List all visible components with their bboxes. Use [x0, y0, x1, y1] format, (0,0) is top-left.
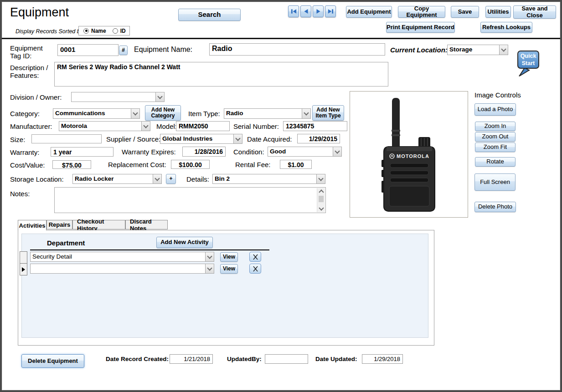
two-way-radio-image: MOTOROLA: [350, 92, 468, 217]
utilities-button[interactable]: Utilities: [485, 6, 511, 18]
chevron-down-icon[interactable]: [155, 92, 164, 102]
equipment-tag-id-label: Equipment Tag ID:: [10, 44, 52, 60]
add-new-activity-button[interactable]: Add New Activity: [156, 237, 213, 248]
notes-scrollbar[interactable]: [317, 188, 325, 212]
view-activity-button[interactable]: View: [220, 252, 238, 262]
search-button[interactable]: Search: [178, 9, 241, 21]
scroll-down-icon[interactable]: [317, 205, 325, 212]
replacement-cost-field[interactable]: $100.00: [171, 160, 210, 169]
tag-number-button[interactable]: #: [119, 46, 128, 55]
zoom-out-button[interactable]: Zoom Out: [475, 132, 516, 142]
date-record-created-field[interactable]: 1/21/2018: [170, 354, 213, 364]
scroll-up-icon[interactable]: [317, 188, 325, 195]
category-combo[interactable]: Communications: [53, 108, 140, 119]
full-screen-button[interactable]: Full Screen: [474, 173, 516, 191]
zoom-in-button[interactable]: Zoom In: [475, 122, 516, 131]
date-updated-field[interactable]: 1/29/2018: [362, 354, 403, 364]
notes-field[interactable]: [54, 187, 326, 213]
chevron-down-icon[interactable]: [302, 109, 310, 118]
current-location-combo[interactable]: Storage: [447, 45, 508, 55]
save-and-close-button[interactable]: Save and Close: [513, 5, 556, 19]
add-storage-location-button[interactable]: +: [166, 174, 176, 184]
add-equipment-button[interactable]: Add Equipment: [346, 6, 392, 18]
next-record-button[interactable]: [313, 5, 324, 17]
date-acquired-field[interactable]: 1/29/2015: [297, 134, 340, 143]
add-new-item-type-button[interactable]: Add New Item Type: [312, 105, 344, 121]
supplier-source-combo[interactable]: Global Industries: [160, 134, 242, 144]
quick-start-bubble-tail: [518, 67, 530, 76]
first-record-button[interactable]: [288, 5, 299, 17]
equipment-name-field[interactable]: Radio: [209, 43, 385, 56]
chevron-down-icon[interactable]: [131, 109, 139, 118]
supplier-source-label: Supplier / Source:: [106, 135, 160, 143]
record-selector[interactable]: [20, 251, 27, 264]
radio-unselected-icon[interactable]: [113, 28, 118, 34]
tab-activities[interactable]: Activities: [18, 220, 46, 230]
equipment-tag-id-field[interactable]: 0001: [57, 44, 119, 56]
view-activity-button[interactable]: View: [220, 264, 238, 274]
print-equipment-record-button[interactable]: Print Equipment Record: [386, 22, 455, 33]
sort-name-radio[interactable]: Name: [83, 28, 106, 34]
item-type-combo[interactable]: Radio: [224, 108, 311, 119]
image-controls-title: Image Controls: [474, 91, 521, 99]
warranty-expires-field[interactable]: 1/28/2016: [182, 147, 226, 157]
copy-equipment-button[interactable]: Copy Equipment: [398, 6, 445, 18]
delete-photo-button[interactable]: Delete Photo: [474, 202, 516, 212]
chevron-down-icon[interactable]: [141, 122, 150, 131]
warranty-field[interactable]: 1 year: [51, 147, 113, 157]
last-record-button[interactable]: [325, 5, 336, 17]
activities-panel: Department Add New Activity Security Det…: [21, 234, 428, 338]
chevron-down-icon[interactable]: [205, 252, 214, 261]
manufacturer-combo[interactable]: Motorola: [59, 121, 150, 131]
rotate-button[interactable]: Rotate: [475, 157, 516, 167]
scrollbar-thumb[interactable]: [319, 196, 324, 202]
record-selector-current[interactable]: [20, 263, 27, 275]
division-owner-combo[interactable]: [71, 92, 165, 102]
item-type-label: Item Type:: [188, 110, 220, 117]
serial-number-field[interactable]: 12345875: [283, 121, 347, 131]
description-features-field[interactable]: RM Series 2 Way Radio 5 Channel 2 Watt: [54, 62, 388, 87]
sort-id-radio[interactable]: ID: [113, 28, 126, 34]
chevron-down-icon[interactable]: [316, 174, 325, 183]
activity-department-combo-new[interactable]: [30, 264, 214, 274]
brand-text: MOTOROLA: [397, 153, 429, 159]
model-field[interactable]: RMM2050: [176, 121, 230, 131]
tab-panel: Department Add New Activity Security Det…: [18, 230, 434, 346]
add-new-category-button[interactable]: Add New Category: [145, 105, 181, 121]
nav-last-icon: [328, 9, 334, 14]
refresh-lookups-button[interactable]: Refresh Lookups: [480, 22, 532, 33]
condition-combo[interactable]: Good: [268, 147, 342, 157]
tab-discard-notes[interactable]: Discard Notes: [125, 220, 168, 229]
replacement-cost-label: Replacement Cost:: [108, 161, 166, 168]
chevron-down-icon[interactable]: [233, 134, 242, 143]
sort-by-label: Display Records Sorted by:: [15, 28, 84, 35]
size-field[interactable]: [31, 134, 102, 143]
delete-equipment-button[interactable]: Delete Equipment: [21, 354, 84, 368]
chevron-down-icon[interactable]: [333, 147, 341, 156]
delete-activity-button[interactable]: [249, 264, 261, 274]
tab-checkout-history[interactable]: Checkout History: [72, 220, 125, 229]
tab-repairs[interactable]: Repairs: [46, 220, 72, 229]
zoom-fit-button[interactable]: Zoom Fit: [475, 143, 516, 152]
delete-activity-button[interactable]: [249, 252, 261, 262]
department-underline: [30, 249, 269, 250]
rental-fee-field[interactable]: $1.00: [280, 160, 312, 169]
model-label: Model:: [156, 122, 177, 130]
cost-value-field[interactable]: $75.00: [52, 160, 91, 169]
chevron-down-icon[interactable]: [153, 174, 161, 183]
nav-previous-icon: [304, 9, 309, 14]
save-button[interactable]: Save: [451, 6, 479, 18]
details-combo[interactable]: Bin 2: [212, 174, 325, 184]
chevron-down-icon[interactable]: [205, 264, 214, 273]
storage-location-combo[interactable]: Radio Locker: [72, 174, 162, 184]
updated-by-field[interactable]: [265, 354, 308, 364]
radio-selected-icon[interactable]: [83, 28, 89, 34]
chevron-down-icon[interactable]: [499, 45, 508, 55]
details-label: Details:: [186, 175, 209, 183]
activity-department-combo[interactable]: Security Detail: [30, 252, 214, 262]
previous-record-button[interactable]: [300, 5, 311, 17]
quick-start-button[interactable]: Quick Start: [517, 51, 539, 69]
load-a-photo-button[interactable]: Load a Photo: [474, 103, 516, 116]
page-title: Equipment: [10, 5, 69, 20]
details-value: Bin 2: [213, 174, 316, 183]
